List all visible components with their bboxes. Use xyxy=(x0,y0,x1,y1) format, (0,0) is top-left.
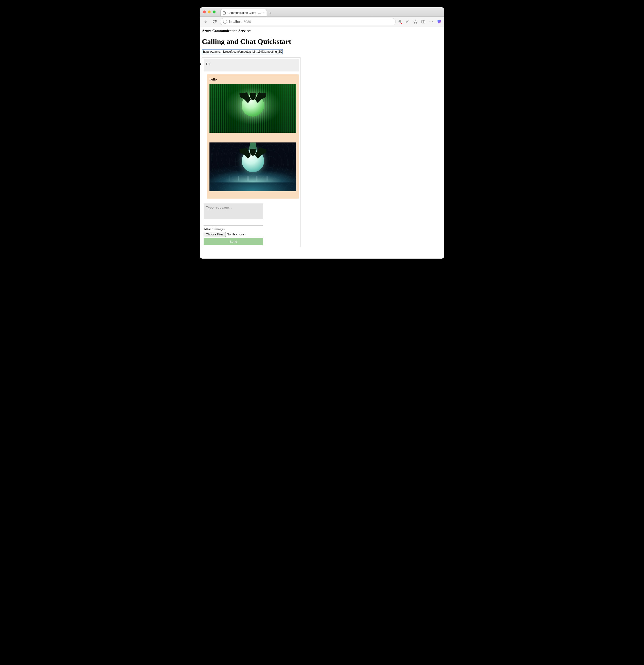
background-text: C xyxy=(200,62,203,66)
address-bar[interactable]: i localhost:8080 xyxy=(220,18,396,25)
favorites-icon[interactable] xyxy=(413,20,418,24)
browser-window: Communication Client - Calling × + i loc… xyxy=(200,7,444,259)
service-label: Azure Communication Services xyxy=(202,29,442,33)
attach-label: Attach images: xyxy=(204,227,299,231)
chat-message-incoming: Hi xyxy=(204,59,299,72)
meeting-url-input[interactable] xyxy=(202,49,283,54)
svg-marker-0 xyxy=(414,20,418,23)
message-text: hello xyxy=(209,77,296,81)
page-content: Azure Communication Services Calling and… xyxy=(200,27,444,259)
message-input[interactable] xyxy=(204,204,263,219)
svg-point-5 xyxy=(432,21,433,22)
browser-tab[interactable]: Communication Client - Calling × xyxy=(220,9,267,16)
more-icon[interactable] xyxy=(429,20,433,24)
xbox-logo-icon xyxy=(242,94,264,117)
compose-area: Attach images: Choose Files No file chos… xyxy=(204,204,299,245)
window-controls xyxy=(203,11,216,14)
maximize-window-button[interactable] xyxy=(213,11,216,14)
url-text: localhost:8080 xyxy=(229,20,251,24)
copilot-icon[interactable] xyxy=(437,19,442,24)
toolbar-actions: A» xyxy=(398,19,442,24)
file-input-row: Choose Files No file chosen xyxy=(204,232,299,237)
close-window-button[interactable] xyxy=(203,11,206,14)
tab-strip: Communication Client - Calling × + xyxy=(220,7,274,16)
reload-button[interactable] xyxy=(211,18,218,25)
message-attachments xyxy=(209,84,296,191)
tab-title: Communication Client - Calling xyxy=(227,11,261,15)
choose-files-button[interactable]: Choose Files xyxy=(204,232,226,237)
titlebar: Communication Client - Calling × + xyxy=(200,7,444,17)
browser-toolbar: i localhost:8080 A» xyxy=(200,17,444,27)
minimize-window-button[interactable] xyxy=(208,11,211,14)
divider xyxy=(204,225,263,226)
site-info-icon[interactable]: i xyxy=(223,20,227,24)
chat-message-outgoing: hello xyxy=(207,74,299,198)
mic-badge-icon xyxy=(401,22,403,24)
attachment-image[interactable] xyxy=(209,142,296,191)
page-title: Calling and Chat Quickstart xyxy=(202,37,442,45)
microphone-icon[interactable] xyxy=(398,20,402,24)
tab-close-button[interactable]: × xyxy=(263,11,265,15)
url-port: :8080 xyxy=(242,20,251,24)
svg-point-4 xyxy=(431,21,431,22)
back-button xyxy=(202,18,209,25)
split-screen-icon[interactable] xyxy=(421,20,425,24)
svg-point-3 xyxy=(430,21,430,22)
attachment-image[interactable] xyxy=(209,84,296,133)
chat-panel: Hi hello xyxy=(202,57,300,247)
page-icon xyxy=(223,11,226,15)
xbox-logo-icon xyxy=(242,150,264,172)
message-text: Hi xyxy=(206,62,296,66)
url-host: localhost xyxy=(229,20,242,24)
send-button[interactable]: Send xyxy=(204,238,263,245)
new-tab-button[interactable]: + xyxy=(267,10,274,16)
file-status-text: No file chosen xyxy=(227,233,246,236)
read-aloud-icon[interactable]: A» xyxy=(405,20,410,24)
